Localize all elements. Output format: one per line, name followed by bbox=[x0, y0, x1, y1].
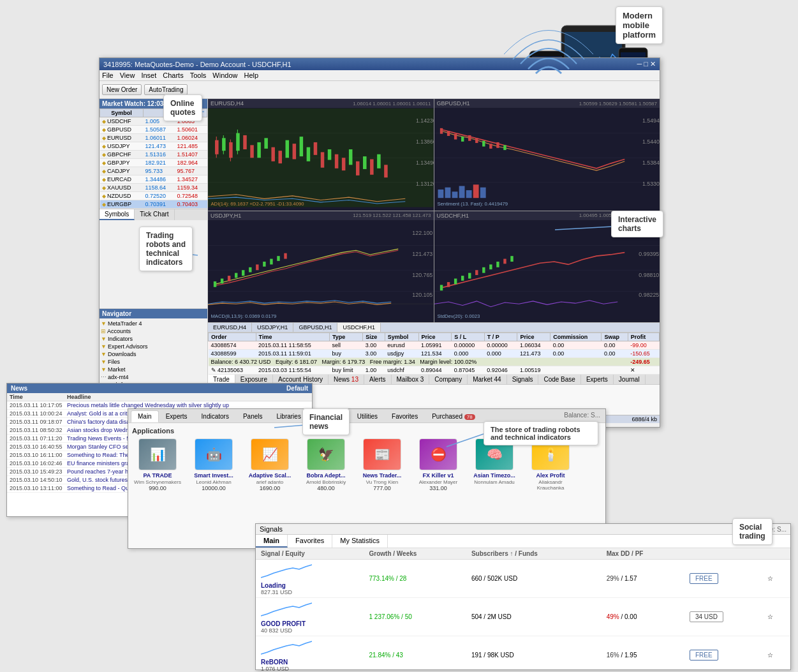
market-watch-row[interactable]: ◆ NZDUSD 0.72520 0.72548 bbox=[100, 192, 207, 200]
menu-window[interactable]: Window bbox=[212, 71, 237, 79]
svg-text:1.13860: 1.13860 bbox=[416, 138, 434, 145]
chart-tab-usdjpy[interactable]: USDJPY,H1 bbox=[252, 323, 293, 332]
signal-row[interactable]: GOOD PROFIT 40 832 USD 1 237.06% / 50 50… bbox=[256, 598, 790, 636]
tab-news[interactable]: News 13 bbox=[329, 375, 364, 384]
store-tab-favorites[interactable]: Favorites bbox=[385, 410, 425, 422]
star-icon[interactable]: ☆ bbox=[767, 613, 773, 620]
svg-text:1.13120: 1.13120 bbox=[416, 181, 434, 187]
app-item[interactable]: ⛔ FX Killer v1 Alexander Mayer 331.00 bbox=[413, 438, 464, 491]
tab-signals[interactable]: Signals bbox=[507, 375, 539, 384]
market-watch: Market Watch: 12:03:18 Symbol ◆ USDCHF 1… bbox=[100, 99, 207, 308]
app-item[interactable]: 📊 PA TRADE Wim Schrynemakers 990.00 bbox=[132, 438, 183, 491]
svg-rect-72 bbox=[466, 190, 471, 198]
chart-tab-eurusd[interactable]: EURUSD,H4 bbox=[208, 323, 252, 332]
new-order-button[interactable]: New Order bbox=[102, 84, 142, 95]
app-item[interactable]: 🤖 Smart Invest... Leonid Akhman 10000.00 bbox=[188, 438, 239, 491]
social-tab-favorites[interactable]: Favorites bbox=[288, 535, 332, 548]
svg-rect-70 bbox=[452, 191, 457, 198]
star-icon[interactable]: ☆ bbox=[767, 652, 773, 659]
menu-charts[interactable]: Charts bbox=[163, 71, 183, 79]
store-tab-utilities[interactable]: Utilities bbox=[350, 410, 385, 422]
svg-text:120.105: 120.105 bbox=[412, 292, 432, 298]
svg-rect-32 bbox=[271, 147, 275, 161]
market-watch-row[interactable]: ◆ USDJPY 121.473 121.485 bbox=[100, 142, 207, 151]
nav-adx[interactable]: ⋯ adx-mt4 bbox=[101, 373, 206, 381]
signal-row[interactable]: ReBORN 1 076 USD 21.84% / 43 191 / 98K U… bbox=[256, 636, 790, 673]
tab-alerts[interactable]: Alerts bbox=[364, 375, 392, 384]
signal-row[interactable]: Loading 827.31 USD 773.14% / 28 660 / 50… bbox=[256, 560, 790, 598]
tab-journal[interactable]: Journal bbox=[614, 375, 646, 384]
app-item[interactable]: 🕯️ Alex Profit Aliaksandr Krauchanka bbox=[525, 438, 576, 491]
svg-text:ADI(14): 69.1637 +D2-2.7951 -D: ADI(14): 69.1637 +D2-2.7951 -D1:33.4090 bbox=[211, 201, 304, 207]
col-price2: Price bbox=[517, 333, 550, 341]
window-title: 3418995: MetaQuotes-Demo - Demo Account … bbox=[103, 61, 292, 68]
svg-rect-61 bbox=[461, 137, 463, 142]
app-item[interactable]: 📈 Adaptive Scal... arief adanto 1690.00 bbox=[244, 438, 295, 491]
svg-rect-41 bbox=[335, 154, 339, 168]
store-tab-indicators[interactable]: Indicators bbox=[195, 410, 236, 422]
tab-tick-chart[interactable]: Tick Chart bbox=[135, 209, 174, 220]
col-maxdd: Max DD / PF bbox=[602, 548, 684, 560]
tab-market[interactable]: Market 44 bbox=[468, 375, 506, 384]
app-item[interactable]: 📰 News Trader... Vu Trong Kien 777.00 bbox=[357, 438, 408, 491]
market-watch-row[interactable]: ◆ GBPCHF 1.51316 1.51407 bbox=[100, 151, 207, 159]
tab-symbols[interactable]: Symbols bbox=[100, 209, 135, 220]
signal-action-button[interactable]: FREE bbox=[690, 650, 718, 661]
market-watch-row[interactable]: ◆ EURGBP 0.70391 0.70403 bbox=[100, 200, 207, 209]
store-tab-main[interactable]: Main bbox=[131, 410, 159, 422]
nav-downloads[interactable]: ▼ Downloads bbox=[101, 350, 206, 358]
col-swap: Swap bbox=[602, 333, 628, 341]
signal-action-button[interactable]: 34 USD bbox=[690, 611, 723, 622]
col-tp: T / P bbox=[484, 333, 517, 341]
svg-rect-43 bbox=[349, 149, 353, 165]
app-item[interactable]: 🦅 Bobra Adept... Arnold Bobrinskiy 480.0… bbox=[300, 438, 351, 491]
menu-file[interactable]: File bbox=[102, 71, 114, 79]
svg-rect-87 bbox=[235, 273, 237, 278]
store-tab-purchased[interactable]: Purchased 78 bbox=[425, 410, 482, 422]
nav-accounts[interactable]: ⊞ Accounts bbox=[101, 327, 206, 335]
menu-insert[interactable]: Inset bbox=[141, 71, 156, 79]
col-time: Time bbox=[256, 333, 329, 341]
market-watch-row[interactable]: ◆ EURUSD 1.06011 1.06024 bbox=[100, 134, 207, 142]
svg-text:1.54940: 1.54940 bbox=[642, 117, 660, 124]
tab-experts[interactable]: Experts bbox=[581, 375, 614, 384]
tab-mailbox[interactable]: Mailbox 3 bbox=[392, 375, 430, 384]
svg-rect-71 bbox=[459, 186, 464, 198]
nav-indicators[interactable]: ▼ Indicators bbox=[101, 335, 206, 343]
tab-company[interactable]: Company bbox=[429, 375, 468, 384]
title-bar: 3418995: MetaQuotes-Demo - Demo Account … bbox=[100, 58, 660, 70]
market-watch-row[interactable]: ◆ EURCAD 1.34486 1.34527 bbox=[100, 175, 207, 184]
app-item[interactable]: 🧠 Asian Timezo... Nonnulam Amadu bbox=[469, 438, 520, 491]
social-tab-statistics[interactable]: My Statistics bbox=[332, 535, 388, 548]
autotrading-button[interactable]: AutoTrading bbox=[144, 84, 188, 95]
store-tab-panels[interactable]: Panels bbox=[236, 410, 270, 422]
star-icon[interactable]: ☆ bbox=[767, 575, 773, 582]
market-watch-row[interactable]: ◆ GBPUSD 1.50587 1.50601 bbox=[100, 126, 207, 134]
chart-tab-gbpusd[interactable]: GBPUSD,H1 bbox=[293, 323, 337, 332]
nav-metatrader4[interactable]: ▼ MetaTrader 4 bbox=[101, 320, 206, 327]
col-growth: Growth / Weeks bbox=[364, 548, 466, 560]
menu-help[interactable]: Help bbox=[244, 71, 258, 79]
tab-code-base[interactable]: Code Base bbox=[538, 375, 580, 384]
nav-market[interactable]: ▼ Market bbox=[101, 366, 206, 373]
col-commission: Commission bbox=[550, 333, 602, 341]
nav-files[interactable]: ▼ Files bbox=[101, 358, 206, 366]
market-watch-row[interactable]: ◆ XAUUSD 1158.64 1159.34 bbox=[100, 184, 207, 192]
svg-text:1.54400: 1.54400 bbox=[642, 138, 660, 145]
svg-rect-107 bbox=[454, 278, 456, 284]
market-watch-row[interactable]: ◆ GBPJPY 182.921 182.964 bbox=[100, 159, 207, 167]
social-tab-main[interactable]: Main bbox=[256, 535, 288, 548]
market-watch-table: Symbol ◆ USDCHF 1.005 1.0063 ◆ GBPUSD 1.… bbox=[100, 108, 207, 209]
nav-expert-advisors[interactable]: ▼ Expert Advisors bbox=[101, 343, 206, 350]
table-row: 430885742015.03.11 11:58:55sell3.00 euru… bbox=[209, 341, 660, 350]
window-controls: ─ □ ✕ bbox=[637, 60, 656, 68]
menu-tools[interactable]: Tools bbox=[190, 71, 207, 79]
balance-row: Balance: 6 430.72 USD Equity: 6 181.07 M… bbox=[209, 358, 660, 366]
signal-action-button[interactable]: FREE bbox=[690, 573, 718, 584]
market-watch-row[interactable]: ◆ CADJPY 95.733 95.767 bbox=[100, 167, 207, 175]
chart-tab-usdchf[interactable]: USDCHF,H1 bbox=[337, 323, 381, 332]
chart-gbpusd-h1: GBPUSD,H1 1.50599 1.50629 1.50581 1.5058… bbox=[434, 99, 660, 211]
social-tabs: Main Favorites My Statistics bbox=[256, 535, 790, 548]
menu-view[interactable]: View bbox=[120, 71, 135, 79]
store-tab-experts[interactable]: Experts bbox=[159, 410, 195, 422]
